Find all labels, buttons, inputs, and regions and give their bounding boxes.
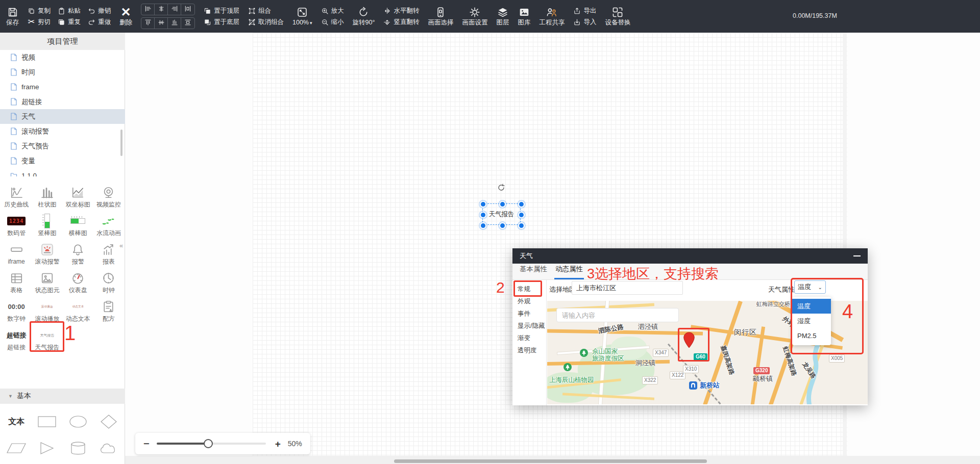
selection-handle[interactable] [480,222,486,229]
align-right-button[interactable] [168,4,181,15]
dialog-nav-3[interactable]: 显示/隐藏 [512,320,546,332]
undo-button[interactable]: 撤销 [88,7,111,15]
project-item-6[interactable]: 天气预告 [0,139,125,153]
map-search-input[interactable] [556,308,679,322]
recipe-widget[interactable]: 配方 [93,296,124,324]
cube-shape[interactable] [32,461,62,464]
bar-chart-widget[interactable]: 柱状图 [32,182,62,210]
align-bottom-button[interactable] [168,18,181,29]
paste-button[interactable]: 粘贴 [58,7,81,15]
selection-handle[interactable] [499,201,506,208]
align-center-h-button[interactable] [155,4,168,15]
history-curve-widget[interactable]: 历史曲线 [1,182,32,210]
dynamic-text-widget[interactable]: 动态文本动态文本 [63,296,93,324]
diamond-shape[interactable] [93,408,124,435]
ellipse-shape[interactable] [63,408,93,435]
zoom-out-button[interactable]: 缩小 [321,18,344,26]
option-2[interactable]: PM2.5 [792,328,831,343]
clock-widget[interactable]: 时钟 [93,267,124,296]
duplicate-button[interactable]: 重复 [58,18,81,26]
selection-handle[interactable] [518,201,525,208]
redo-button[interactable]: 重做 [88,18,111,26]
project-item-3[interactable]: 超链接 [0,94,125,109]
screen-settings-button[interactable]: 画面设置 [462,7,487,26]
import-button[interactable]: 导入 [573,18,596,26]
save-button[interactable]: 保存 [6,7,19,26]
selection-handle[interactable] [518,222,525,229]
sidebar-collapse-handle[interactable]: « [119,242,123,249]
dialog-nav-0[interactable]: 常规 [512,283,546,295]
cylinder-shape[interactable] [63,435,93,461]
group-button[interactable]: 组合 [248,7,284,15]
flip-h-button[interactable]: 水平翻转 [383,7,419,15]
line-shape[interactable] [93,461,124,464]
cut-button[interactable]: ✂剪切 [28,18,51,26]
rotate-handle-icon[interactable] [497,184,505,192]
rect-shape[interactable] [32,408,62,435]
gallery-button[interactable]: 图库 [518,7,530,26]
flip-v-button[interactable]: 竖直翻转 [383,18,419,26]
iframe-widget[interactable]: iframe [1,239,32,267]
digital-tube-widget[interactable]: 1234数码管 [1,210,32,239]
text-shape[interactable]: 文本 [1,408,32,435]
chevron-shape[interactable] [63,461,93,464]
rotate-90-button[interactable]: 旋转90° [353,7,375,26]
project-share-button[interactable]: 工程共享 [539,7,565,26]
selection-handle[interactable] [518,212,525,218]
delete-button[interactable]: ✕删除 [119,7,132,26]
dialog-nav-2[interactable]: 事件 [512,307,546,320]
selection-handle[interactable] [480,201,486,208]
screen-select-button[interactable]: 画面选择 [428,7,453,26]
zoom-slider[interactable] [157,443,266,445]
zoom-slider-knob[interactable] [204,439,213,448]
hyperlink-widget[interactable]: 超链接超链接 [1,324,32,353]
minimize-icon[interactable] [853,255,861,256]
h-bar-widget[interactable]: 横棒图 [63,210,93,239]
tree-scrollbar[interactable] [120,130,122,156]
export-button[interactable]: 导出 [573,7,596,15]
scroll-alarm-widget[interactable]: 滚动报警 [32,239,62,267]
zoom-out-button[interactable]: − [143,439,150,449]
video-monitor-widget[interactable]: 视频监控 [93,182,124,210]
table-widget[interactable]: 表格 [1,267,32,296]
weather-report-widget[interactable]: 天气报告天气报告 [32,324,62,353]
tab-dynamic-props[interactable]: 动态属性 [554,265,584,279]
dialog-nav-4[interactable]: 渐变 [512,332,546,344]
project-item-5[interactable]: 滚动报警 [0,124,125,139]
state-graphic-widget[interactable]: 状态图元 [32,267,62,296]
dialog-nav-5[interactable]: 透明度 [512,344,546,356]
triangle-shape[interactable] [32,435,62,461]
device-replace-button[interactable]: 设备替换 [605,7,630,26]
rounded-rect-shape[interactable] [1,461,32,464]
zoom-in-button[interactable]: + [275,439,281,449]
distribute-v-button[interactable] [181,18,194,29]
cloud-shape[interactable] [93,435,124,461]
water-flow-widget[interactable]: 水流动画 [93,210,124,239]
fit-screen-button[interactable]: 100%▾ [292,7,312,26]
selection-handle[interactable] [480,212,486,218]
option-0[interactable]: 温度 [792,299,831,314]
dialog-titlebar[interactable]: 天气 [512,248,868,264]
horizontal-scrollbar[interactable] [394,459,707,463]
project-item-0[interactable]: 视频 [0,50,125,65]
option-1[interactable]: 湿度 [792,314,831,328]
weather-attr-select[interactable]: 温度 ⌄ [794,280,826,294]
project-item-2[interactable]: frame [0,80,125,94]
send-back-button[interactable]: 置于底层 [204,18,239,26]
ungroup-button[interactable]: 取消组合 [248,18,284,26]
alarm-widget[interactable]: 报警 [63,239,93,267]
region-input[interactable] [572,281,683,295]
parallelogram-shape[interactable] [1,435,32,461]
basic-section-header[interactable]: ▼ 基本 [0,389,125,404]
project-item-4[interactable]: 天气 [0,109,125,124]
project-item-1[interactable]: 时间 [0,65,125,80]
copy-button[interactable]: 复制 [28,7,51,15]
bring-front-button[interactable]: 置于顶层 [204,7,239,15]
project-item-7[interactable]: 变量 [0,153,125,168]
tab-basic-props[interactable]: 基本属性 [519,265,548,279]
distribute-h-button[interactable] [181,4,194,15]
project-item-8[interactable]: 1.1.0 [0,168,125,176]
digital-clock-widget[interactable]: 00:00数字钟 [1,296,32,324]
v-bar-widget[interactable]: 竖棒图 [32,210,62,239]
align-top-button[interactable] [141,18,155,29]
